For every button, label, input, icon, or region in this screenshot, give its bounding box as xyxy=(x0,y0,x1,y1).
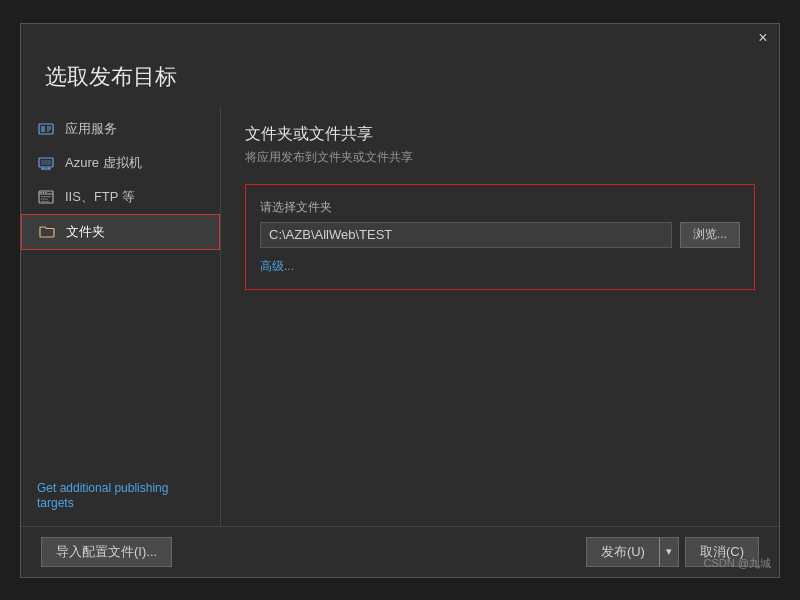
close-button[interactable]: × xyxy=(753,28,773,48)
dialog: × 选取发布目标 应用服务 xyxy=(20,23,780,578)
sidebar-item-folder-label: 文件夹 xyxy=(66,223,105,241)
publish-btn-group: 发布(U) ▾ xyxy=(586,537,679,567)
title-bar: × xyxy=(21,24,779,52)
svg-rect-16 xyxy=(41,198,48,199)
publish-dropdown-button[interactable]: ▾ xyxy=(659,537,679,567)
path-input[interactable] xyxy=(260,222,672,248)
cancel-button[interactable]: 取消(C) xyxy=(685,537,759,567)
dialog-header: 选取发布目标 xyxy=(21,52,779,108)
sidebar-item-app-service[interactable]: 应用服务 xyxy=(21,112,220,146)
svg-rect-15 xyxy=(41,196,51,197)
dialog-body: 应用服务 Azure 虚拟机 xyxy=(21,108,779,526)
publish-button[interactable]: 发布(U) xyxy=(586,537,659,567)
iis-icon xyxy=(37,188,55,206)
app-service-icon xyxy=(37,120,55,138)
sidebar-item-azure-vm[interactable]: Azure 虚拟机 xyxy=(21,146,220,180)
sidebar-item-folder[interactable]: 文件夹 xyxy=(21,214,220,250)
folder-icon xyxy=(38,223,56,241)
sidebar-footer: Get additional publishing targets xyxy=(21,468,220,522)
browse-button[interactable]: 浏览... xyxy=(680,222,740,248)
svg-point-12 xyxy=(40,191,42,193)
sidebar-item-iis[interactable]: IIS、FTP 等 xyxy=(21,180,220,214)
sidebar: 应用服务 Azure 虚拟机 xyxy=(21,108,221,526)
sidebar-item-app-service-label: 应用服务 xyxy=(65,120,117,138)
svg-point-13 xyxy=(43,191,45,193)
footer-left: 导入配置文件(I)... xyxy=(41,537,172,567)
footer-right: 发布(U) ▾ 取消(C) xyxy=(586,537,759,567)
additional-targets-link[interactable]: Get additional publishing targets xyxy=(37,481,168,510)
svg-point-14 xyxy=(45,191,47,193)
main-subtitle: 将应用发布到文件夹或文件共享 xyxy=(245,149,755,166)
sidebar-item-azure-vm-label: Azure 虚拟机 xyxy=(65,154,142,172)
svg-rect-6 xyxy=(41,160,51,165)
sidebar-item-iis-label: IIS、FTP 等 xyxy=(65,188,135,206)
form-section: 请选择文件夹 浏览... 高级... xyxy=(245,184,755,290)
input-row: 浏览... xyxy=(260,222,740,248)
svg-rect-17 xyxy=(41,201,49,202)
advanced-link[interactable]: 高级... xyxy=(260,258,294,275)
azure-vm-icon xyxy=(37,154,55,172)
main-content: 文件夹或文件共享 将应用发布到文件夹或文件共享 请选择文件夹 浏览... 高级.… xyxy=(221,108,779,526)
form-label: 请选择文件夹 xyxy=(260,199,740,216)
main-title: 文件夹或文件共享 xyxy=(245,124,755,145)
dialog-footer: 导入配置文件(I)... 发布(U) ▾ 取消(C) xyxy=(21,526,779,577)
publish-dropdown-arrow: ▾ xyxy=(666,545,672,558)
svg-rect-1 xyxy=(41,126,45,132)
dialog-title: 选取发布目标 xyxy=(45,62,755,92)
import-button[interactable]: 导入配置文件(I)... xyxy=(41,537,172,567)
